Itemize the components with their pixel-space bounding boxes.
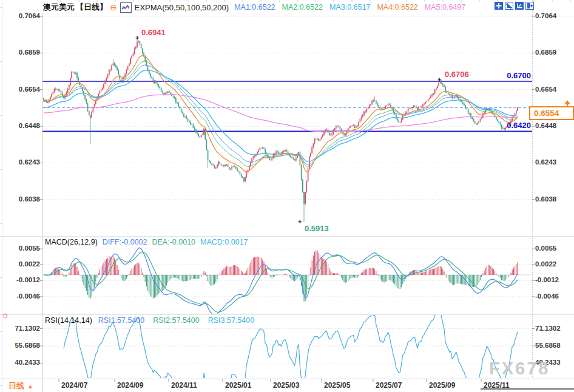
watermark: FX678 [489, 359, 550, 379]
indicator-value-label: DIFF:-0.0002 [103, 238, 147, 246]
indicator-value-label: DEA:-0.0010 [152, 238, 195, 246]
rsi-values: RSI1:57.5400RSI2:57.5400RSI3:57.5400 [98, 316, 254, 325]
chart-header: 澳元美元 【日线】 ⊖ EXPMA(50,50,100,50,200) MA1:… [43, 2, 465, 13]
axis-drag-icon[interactable] [515, 2, 524, 10]
chart-canvas[interactable] [0, 0, 574, 392]
macd-values: DIFF:-0.0002DEA:-0.0010MACD:0.0017 [103, 238, 248, 246]
trading-chart-window: 0.67000.64200.70640.70640.68590.68590.66… [0, 0, 574, 392]
ma-value-label: MA5:0.6497 [425, 3, 465, 12]
price-up-arrow-icon [564, 100, 571, 107]
indicator-value-label: RSI3:57.5400 [208, 316, 254, 325]
rsi-title: RSI(14,14,14) [45, 316, 92, 325]
ma-value-label: MA1:0.6522 [234, 3, 275, 12]
axis-zoom-icon[interactable] [505, 2, 513, 10]
ma-value-label: MA4:0.6522 [377, 3, 417, 12]
ma-values: MA1:0.6522MA2:0.6522MA3:0.6517MA4:0.6522… [234, 3, 465, 12]
macd-title: MACD(26,12,9) [45, 238, 98, 246]
rsi-panel-header: RSI(14,14,14) RSI1:57.5400RSI2:57.5400RS… [45, 316, 254, 325]
indicator-chart-icon[interactable] [120, 2, 132, 13]
current-price-tag: 0.6554 [529, 106, 574, 120]
period-selector[interactable]: 日线 ▲ [8, 380, 33, 391]
indicator-value-label: MACD:0.0017 [200, 238, 248, 246]
period-selector-label: 日线 [8, 380, 24, 391]
indicator-value-label: RSI2:57.5400 [153, 316, 199, 325]
collapse-icon[interactable]: ⊖ [110, 3, 117, 12]
sun-icon[interactable]: ☼ [1, 310, 10, 319]
symbol-title: 澳元美元 [43, 2, 75, 13]
chart-toolbar [495, 2, 534, 10]
macd-panel-header: MACD(26,12,9) DIFF:-0.0002DEA:-0.0010MAC… [45, 238, 248, 246]
current-price-value: 0.6554 [534, 109, 559, 118]
indicator-label: EXPMA(50,50,100,50,200) [135, 3, 229, 12]
period-dropdown-arrow-icon: ▲ [27, 383, 33, 390]
ma-value-label: MA2:0.6522 [282, 3, 323, 12]
exit-right-icon[interactable] [525, 2, 534, 10]
period-tag: 【日线】 [76, 2, 107, 13]
ma-value-label: MA3:0.6517 [329, 3, 370, 12]
indicator-value-label: RSI1:57.5400 [98, 316, 144, 325]
pan-icon[interactable] [495, 2, 503, 10]
